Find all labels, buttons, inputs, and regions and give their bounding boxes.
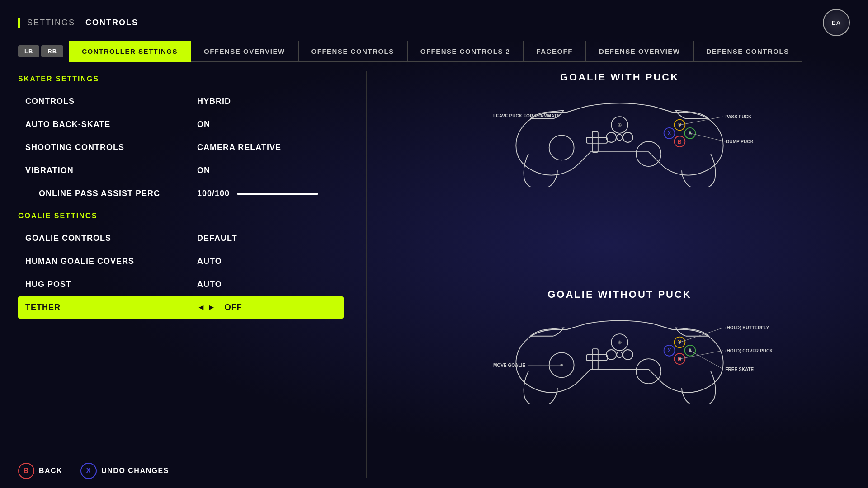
- breadcrumb-separator: [18, 18, 20, 28]
- tab-offense-overview[interactable]: OFFENSE OVERVIEW: [191, 41, 298, 62]
- breadcrumb-current: CONTROLS: [85, 18, 138, 28]
- pass-assist-slider[interactable]: [237, 193, 318, 195]
- svg-rect-3: [592, 131, 598, 152]
- svg-point-0: [549, 135, 574, 160]
- main-content: SKATER SETTINGS CONTROLS HYBRID AUTO BAC…: [0, 71, 868, 478]
- svg-text:FREE SKATE: FREE SKATE: [725, 366, 754, 371]
- setting-hug-post[interactable]: HUG POST AUTO: [18, 273, 344, 296]
- tab-offense-controls-2[interactable]: OFFENSE CONTROLS 2: [407, 41, 524, 62]
- setting-tether-value: OFF: [225, 303, 242, 312]
- lb-rb-buttons: LB RB: [18, 45, 63, 57]
- svg-text:X: X: [668, 347, 671, 354]
- breadcrumb-divider: [79, 18, 82, 28]
- lb-button[interactable]: LB: [18, 45, 39, 57]
- setting-auto-backskate-value: ON: [197, 120, 210, 129]
- svg-text:(HOLD) BUTTERFLY: (HOLD) BUTTERFLY: [725, 325, 769, 330]
- tether-arrows[interactable]: ◄ ►: [197, 303, 216, 312]
- svg-rect-36: [617, 352, 623, 357]
- tab-bar: LB RB CONTROLLER SETTINGS OFFENSE OVERVI…: [0, 41, 868, 62]
- setting-auto-backskate-label: AUTO BACK-SKATE: [25, 120, 197, 129]
- setting-goalie-controls-label: GOALIE CONTROLS: [25, 234, 197, 243]
- tab-faceoff[interactable]: FACEOFF: [523, 41, 586, 62]
- setting-vibration-label: VIBRATION: [25, 166, 197, 175]
- svg-text:MOVE GOALIE: MOVE GOALIE: [493, 362, 525, 367]
- setting-goalie-controls-value: DEFAULT: [197, 234, 237, 243]
- vertical-divider: [366, 71, 367, 478]
- svg-text:DUMP PUCK: DUMP PUCK: [726, 139, 754, 144]
- setting-vibration-value: ON: [197, 166, 210, 175]
- setting-pass-assist[interactable]: ONLINE PASS ASSIST PERC 100/100: [18, 183, 344, 205]
- setting-controls[interactable]: CONTROLS HYBRID: [18, 90, 344, 113]
- ea-logo: EA: [823, 9, 850, 36]
- page: SETTINGS CONTROLS EA LB RB CONTROLLER SE…: [0, 0, 868, 488]
- svg-text:LEAVE PUCK FOR TEAMMATE: LEAVE PUCK FOR TEAMMATE: [493, 113, 560, 118]
- svg-point-44: [679, 341, 681, 343]
- back-label: BACK: [39, 467, 62, 475]
- back-btn-circle: B: [18, 463, 34, 479]
- breadcrumb: SETTINGS CONTROLS: [18, 18, 138, 28]
- svg-point-21: [679, 124, 681, 127]
- svg-rect-2: [586, 137, 607, 143]
- svg-line-20: [679, 117, 723, 125]
- setting-pass-assist-value: 100/100: [197, 189, 230, 198]
- svg-point-53: [560, 364, 563, 366]
- setting-shooting-controls[interactable]: SHOOTING CONTROLS CAMERA RELATIVE: [18, 136, 344, 159]
- svg-line-49: [690, 350, 723, 369]
- controller-panel: GOALIE WITH PUCK: [389, 71, 850, 478]
- skater-settings-header: SKATER SETTINGS: [18, 75, 344, 83]
- svg-text:⊕: ⊕: [617, 339, 622, 346]
- svg-point-1: [636, 141, 661, 166]
- setting-shooting-controls-value: CAMERA RELATIVE: [197, 143, 281, 152]
- back-btn-label: B: [23, 467, 29, 475]
- controller-with-puck-svg: X Y B A ⊕ LEAVE PUCK FOR TEAMMATE P: [389, 88, 850, 187]
- settings-panel: SKATER SETTINGS CONTROLS HYBRID AUTO BAC…: [18, 71, 344, 478]
- tether-control: ◄ ► OFF: [197, 303, 242, 312]
- setting-human-goalie-covers-value: AUTO: [197, 257, 222, 266]
- goalie-with-puck-area: X Y B A ⊕ LEAVE PUCK FOR TEAMMATE P: [389, 88, 850, 261]
- svg-point-50: [689, 349, 692, 352]
- svg-point-35: [623, 350, 633, 360]
- svg-text:B: B: [678, 139, 682, 145]
- undo-btn-circle: X: [80, 463, 97, 479]
- svg-rect-29: [592, 349, 598, 370]
- setting-tether-label: TETHER: [25, 303, 197, 312]
- undo-btn-label: X: [86, 467, 91, 475]
- tab-defense-overview[interactable]: DEFENSE OVERVIEW: [586, 41, 693, 62]
- pass-assist-slider-container: 100/100: [197, 189, 318, 198]
- setting-pass-assist-label: ONLINE PASS ASSIST PERC: [25, 189, 197, 198]
- setting-controls-value: HYBRID: [197, 97, 231, 106]
- goalie-without-puck-area: X Y B A ⊕ (HOLD) BUTTERFLY (HOLD) COVER …: [389, 305, 850, 479]
- setting-auto-backskate[interactable]: AUTO BACK-SKATE ON: [18, 113, 344, 136]
- svg-line-23: [690, 133, 725, 141]
- svg-point-8: [606, 132, 616, 142]
- svg-text:PASS PUCK: PASS PUCK: [725, 114, 752, 119]
- svg-point-34: [606, 350, 616, 360]
- svg-point-47: [679, 357, 681, 360]
- tab-defense-controls[interactable]: DEFENSE CONTROLS: [693, 41, 802, 62]
- goalie-with-puck-diagram: GOALIE WITH PUCK: [389, 71, 850, 261]
- setting-goalie-controls[interactable]: GOALIE CONTROLS DEFAULT: [18, 227, 344, 249]
- setting-hug-post-label: HUG POST: [25, 280, 197, 289]
- setting-human-goalie-covers[interactable]: HUMAN GOALIE COVERS AUTO: [18, 250, 344, 272]
- svg-text:⊕: ⊕: [617, 122, 622, 128]
- undo-button[interactable]: X UNDO CHANGES: [80, 463, 169, 479]
- tab-offense-controls[interactable]: OFFENSE CONTROLS: [298, 41, 407, 62]
- setting-hug-post-value: AUTO: [197, 280, 222, 289]
- goalie-settings-header: GOALIE SETTINGS: [18, 212, 344, 220]
- bottom-bar: B BACK X UNDO CHANGES: [0, 454, 868, 488]
- undo-label: UNDO CHANGES: [101, 467, 169, 475]
- tab-controller-settings[interactable]: CONTROLLER SETTINGS: [69, 41, 191, 62]
- svg-point-24: [689, 132, 692, 135]
- breadcrumb-settings: SETTINGS: [27, 18, 75, 28]
- goalie-with-puck-title: GOALIE WITH PUCK: [389, 71, 850, 83]
- rb-button[interactable]: RB: [41, 45, 63, 57]
- setting-tether[interactable]: TETHER ◄ ► OFF: [18, 296, 344, 319]
- controller-divider: [389, 275, 850, 275]
- svg-rect-28: [586, 355, 607, 361]
- back-button[interactable]: B BACK: [18, 463, 62, 479]
- svg-point-9: [623, 132, 633, 142]
- header: SETTINGS CONTROLS EA: [0, 0, 868, 41]
- svg-point-27: [636, 359, 661, 384]
- setting-vibration[interactable]: VIBRATION ON: [18, 160, 344, 182]
- goalie-without-puck-diagram: GOALIE WITHOUT PUCK: [389, 289, 850, 479]
